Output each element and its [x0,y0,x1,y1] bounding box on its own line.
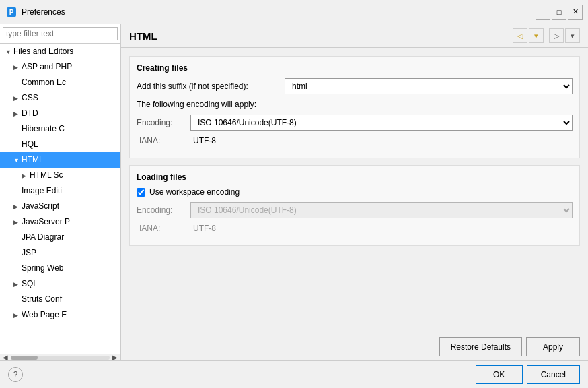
scroll-track [11,356,110,360]
title-bar: P Preferences — □ ✕ [0,0,588,24]
sidebar-item-css[interactable]: ▶ CSS [0,90,120,106]
tree-arrow-hibernate-c [13,123,22,135]
sidebar-item-html[interactable]: ▼ HTML [0,152,120,168]
suffix-select[interactable]: htmlhtm [285,78,573,94]
sidebar-item-hql[interactable]: HQL [0,137,120,152]
sidebar-item-label-struts-conf: Struts Conf [22,294,62,304]
tree-arrow-asp-and-php: ▶ [13,61,22,73]
scroll-right-arrow[interactable]: ▶ [111,354,119,360]
sidebar-item-label-sql: SQL [22,279,38,288]
panel-content: Creating files Add this suffix (if not s… [121,48,588,333]
creating-iana-value: UTF-8 [193,136,216,146]
encoding-title-row: The following encoding will apply: [137,100,573,109]
maximize-button[interactable]: □ [552,5,566,20]
footer-buttons: OK Cancel [476,365,580,384]
ok-button[interactable]: OK [476,365,523,384]
sidebar-item-jsp[interactable]: JSP [0,245,120,261]
sidebar-item-label-jpa-diagram: JPA Diagrar [22,232,64,242]
sidebar-item-label-asp-and-php: ASP and PHP [22,62,72,71]
sidebar-item-label-dtd: DTD [22,108,38,118]
sidebar-item-html-sc[interactable]: ▶ HTML Sc [0,168,120,183]
creating-encoding-select[interactable]: ISO 10646/Unicode(UTF-8)UTF-8ISO-8859-1 [190,115,573,131]
help-button[interactable]: ? [8,367,23,382]
sidebar-item-label-javascript: JavaScript [22,201,59,211]
cancel-button[interactable]: Cancel [527,365,580,384]
dialog-footer: ? OK Cancel [0,360,588,388]
creating-encoding-row: Encoding: ISO 10646/Unicode(UTF-8)UTF-8I… [137,115,573,131]
loading-encoding-label: Encoding: [137,205,190,215]
loading-encoding-select[interactable]: ISO 10646/Unicode(UTF-8)UTF-8ISO-8859-1 [190,202,573,218]
tree-arrow-javascript: ▶ [13,201,22,213]
sidebar-item-label-hql: HQL [22,139,38,149]
close-button[interactable]: ✕ [568,5,583,20]
encoding-title: The following encoding will apply: [137,100,285,109]
window-title: Preferences [22,7,536,17]
svg-text:P: P [9,9,14,16]
sidebar-item-label-html: HTML [22,155,44,164]
panel-toolbar: ◁ ▾ ▷ ▾ [513,28,580,43]
search-box [0,24,120,44]
sidebar: ▼ Files and Editors▶ ASP and PHP Common … [0,24,121,360]
tree-arrow-spring-web [13,263,22,275]
creating-iana-row: IANA: UTF-8 [137,136,573,146]
sidebar-item-label-files-and-editors: Files and Editors [13,46,73,56]
sidebar-item-spring-web[interactable]: Spring Web [0,261,120,276]
window-controls: — □ ✕ [536,5,583,20]
main-content: ▼ Files and Editors▶ ASP and PHP Common … [0,24,588,360]
sidebar-item-javaserver[interactable]: ▶ JavaServer P [0,214,120,230]
tree-arrow-jpa-diagram [13,232,22,244]
sidebar-item-label-image-editing: Image Editi [22,186,62,195]
tree-arrow-jsp [13,247,22,259]
sidebar-item-image-editing[interactable]: Image Editi [0,183,120,199]
creating-iana-label: IANA: [139,136,193,146]
forward-button[interactable]: ▷ [549,28,564,43]
tree-arrow-css: ▶ [13,92,22,104]
search-input[interactable] [3,27,118,40]
workspace-encoding-label[interactable]: Use workspace encoding [149,187,240,197]
scroll-thumb [11,356,38,360]
suffix-label: Add this suffix (if not specified): [137,82,285,91]
creating-files-title: Creating files [137,63,573,73]
sidebar-item-label-jsp: JSP [22,248,36,257]
minimize-button[interactable]: — [536,5,550,20]
apply-button[interactable]: Apply [526,337,580,356]
sidebar-item-files-and-editors[interactable]: ▼ Files and Editors [0,44,120,59]
back-menu-button[interactable]: ▾ [529,28,544,43]
tree-container: ▼ Files and Editors▶ ASP and PHP Common … [0,44,120,354]
app-icon: P [5,6,17,18]
scroll-left-arrow[interactable]: ◀ [1,354,9,360]
creating-files-section: Creating files Add this suffix (if not s… [129,56,580,158]
bottom-bar: Restore Defaults Apply [121,333,588,360]
sidebar-item-common-ec[interactable]: Common Ec [0,75,120,90]
loading-encoding-row: Encoding: ISO 10646/Unicode(UTF-8)UTF-8I… [137,202,573,218]
tree-arrow-hql [13,139,22,151]
tree-arrow-html: ▼ [13,154,22,166]
restore-defaults-button[interactable]: Restore Defaults [439,337,522,356]
sidebar-item-web-page-e[interactable]: ▶ Web Page E [0,307,120,323]
tree-arrow-common-ec [13,77,22,89]
sidebar-item-asp-and-php[interactable]: ▶ ASP and PHP [0,59,120,75]
sidebar-item-sql[interactable]: ▶ SQL [0,276,120,292]
sidebar-item-jpa-diagram[interactable]: JPA Diagrar [0,230,120,245]
tree-arrow-struts-conf [13,294,22,306]
sidebar-item-label-css: CSS [22,93,38,102]
sidebar-item-label-common-ec: Common Ec [22,77,66,87]
loading-iana-label: IANA: [139,224,193,233]
suffix-row: Add this suffix (if not specified): html… [137,78,573,94]
forward-menu-button[interactable]: ▾ [565,28,580,43]
right-panel: HTML ◁ ▾ ▷ ▾ Creating files Add this suf… [121,24,588,360]
back-button[interactable]: ◁ [513,28,527,43]
sidebar-item-label-web-page-e: Web Page E [22,310,67,319]
sidebar-item-javascript[interactable]: ▶ JavaScript [0,199,120,214]
panel-header: HTML ◁ ▾ ▷ ▾ [121,24,588,48]
workspace-encoding-checkbox[interactable] [137,188,145,197]
sidebar-item-label-spring-web: Spring Web [22,263,63,273]
sidebar-item-label-html-sc: HTML Sc [30,170,63,180]
tree-arrow-dtd: ▶ [13,108,22,120]
sidebar-item-hibernate-c[interactable]: Hibernate C [0,121,120,137]
sidebar-item-struts-conf[interactable]: Struts Conf [0,292,120,307]
sidebar-item-dtd[interactable]: ▶ DTD [0,106,120,121]
loading-files-title: Loading files [137,172,573,182]
horizontal-scrollbar[interactable]: ◀ ▶ [0,354,120,360]
loading-files-section: Loading files Use workspace encoding Enc… [129,165,580,246]
